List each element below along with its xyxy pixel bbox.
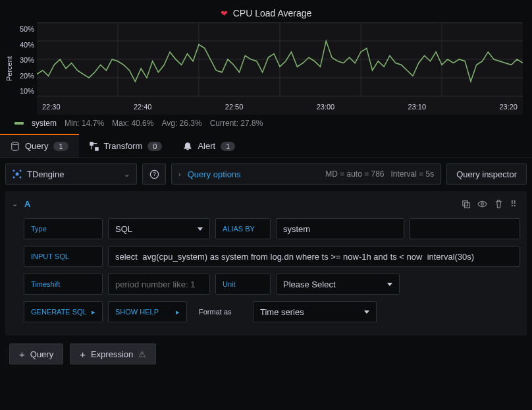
field-alias-label: ALIAS BY bbox=[215, 218, 271, 239]
field-timeshift-label: Timeshift bbox=[24, 274, 103, 295]
add-query-button[interactable]: + Query bbox=[9, 343, 63, 365]
generate-sql-button[interactable]: GENERATE SQL▸ bbox=[24, 301, 103, 322]
drag-handle-icon[interactable]: ⠿ bbox=[510, 199, 520, 209]
field-inputsql-input[interactable] bbox=[108, 246, 520, 267]
svg-rect-12 bbox=[90, 142, 92, 144]
plus-icon: + bbox=[19, 349, 25, 359]
datasource-icon bbox=[13, 169, 22, 179]
bell-icon bbox=[183, 142, 192, 151]
svg-rect-21 bbox=[463, 201, 468, 206]
y-ticks: 50% 40% 30% 20% 10% bbox=[14, 22, 37, 115]
tab-transform[interactable]: Transform 0 bbox=[79, 134, 173, 158]
query-options-md: MD = auto = 786 bbox=[325, 169, 384, 179]
panel-title: CPU Load Average bbox=[233, 8, 312, 18]
tab-alert-badge: 1 bbox=[221, 142, 235, 151]
tab-transform-label: Transform bbox=[104, 141, 143, 151]
field-unit-select[interactable]: Please Select bbox=[276, 274, 400, 295]
caret-down-icon bbox=[387, 283, 392, 286]
field-unit-label: Unit bbox=[215, 274, 271, 295]
transform-icon bbox=[90, 142, 99, 151]
field-alias-input[interactable] bbox=[276, 218, 404, 239]
query-ref-id[interactable]: A bbox=[24, 199, 30, 209]
tab-query[interactable]: Query 1 bbox=[0, 134, 79, 158]
toggle-visibility-icon[interactable] bbox=[477, 199, 487, 209]
svg-text:?: ? bbox=[153, 171, 156, 177]
y-axis-label: Percent bbox=[4, 22, 14, 115]
query-options-label: Query options bbox=[188, 169, 241, 179]
query-options-interval: Interval = 5s bbox=[391, 169, 435, 179]
svg-point-16 bbox=[20, 170, 22, 172]
question-icon: ? bbox=[149, 169, 159, 179]
svg-rect-13 bbox=[95, 147, 97, 150]
datasource-name: TDengine bbox=[27, 169, 64, 179]
tab-query-label: Query bbox=[25, 141, 48, 151]
svg-point-18 bbox=[20, 177, 22, 179]
plus-icon: + bbox=[80, 349, 86, 359]
show-help-button[interactable]: SHOW HELP▸ bbox=[108, 301, 187, 322]
svg-point-14 bbox=[16, 173, 19, 176]
collapse-query-icon[interactable]: ⌄ bbox=[12, 200, 18, 208]
duplicate-query-icon[interactable] bbox=[461, 199, 471, 209]
chart-svg bbox=[37, 22, 523, 115]
svg-point-17 bbox=[13, 177, 15, 179]
caret-down-icon bbox=[198, 227, 203, 231]
svg-point-23 bbox=[481, 203, 484, 206]
tab-transform-badge: 0 bbox=[147, 142, 162, 151]
datasource-help-button[interactable]: ? bbox=[142, 163, 166, 185]
chart-area[interactable]: Percent 50% 40% 30% 20% 10% bbox=[4, 22, 528, 115]
field-timeshift-input[interactable] bbox=[108, 274, 210, 295]
svg-point-15 bbox=[13, 170, 15, 172]
broken-heart-icon: ❤ bbox=[221, 9, 228, 18]
database-icon bbox=[11, 142, 20, 151]
x-ticks: 22:30 22:40 22:50 23:00 23:10 23:20 bbox=[37, 103, 523, 111]
field-format-label: Format as bbox=[192, 301, 248, 322]
field-format-select[interactable]: Time series bbox=[253, 301, 377, 322]
datasource-select[interactable]: TDengine ⌄ bbox=[5, 163, 137, 185]
svg-point-11 bbox=[12, 142, 19, 144]
chevron-down-icon: ⌄ bbox=[124, 170, 130, 179]
svg-rect-22 bbox=[465, 203, 470, 208]
delete-query-icon[interactable] bbox=[494, 199, 504, 209]
tab-query-badge: 1 bbox=[53, 142, 68, 151]
tab-alert-label: Alert bbox=[198, 141, 215, 151]
warning-icon: ⚠ bbox=[138, 349, 146, 359]
field-type-select[interactable]: SQL bbox=[108, 218, 210, 239]
series-swatch bbox=[14, 122, 24, 125]
tab-alert[interactable]: Alert 1 bbox=[173, 134, 246, 158]
field-inputsql-label: INPUT SQL bbox=[24, 246, 103, 267]
query-inspector-button[interactable]: Query inspector bbox=[446, 163, 527, 185]
chart-legend[interactable]: system Min: 14.7% Max: 40.6% Avg: 26.3% … bbox=[4, 115, 528, 134]
field-type-label: Type bbox=[24, 218, 103, 239]
field-alias-extra[interactable] bbox=[410, 218, 520, 239]
add-expression-button[interactable]: + Expression ⚠ bbox=[70, 343, 156, 365]
query-options-bar[interactable]: › Query options MD = auto = 786 Interval… bbox=[171, 163, 441, 185]
chevron-right-icon: › bbox=[178, 170, 181, 178]
caret-down-icon bbox=[364, 310, 369, 314]
series-name: system bbox=[32, 119, 57, 128]
